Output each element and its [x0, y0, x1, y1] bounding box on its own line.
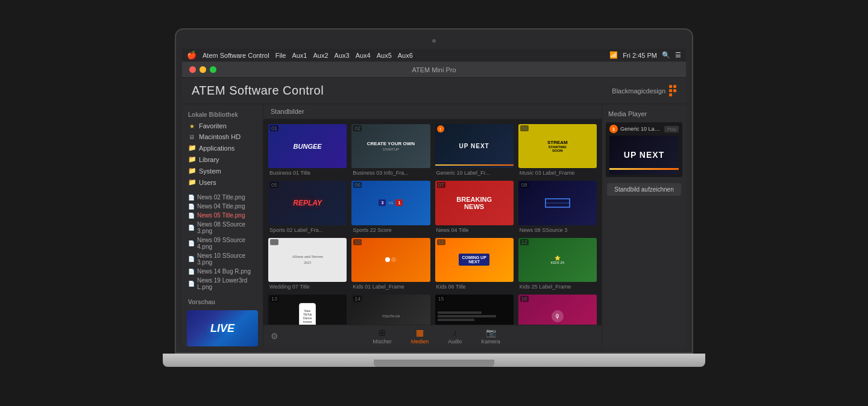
sidebar-item-system[interactable]: 📁 System — [182, 165, 263, 176]
app-window: ATEM Mini Pro ATEM Software Control Blac… — [182, 62, 686, 346]
audio-icon: ♪ — [453, 328, 457, 337]
apple-menu[interactable]: 🍎 — [187, 51, 197, 60]
title-bar: ATEM Mini Pro — [182, 62, 686, 78]
file-icon-4: 📄 — [188, 240, 195, 246]
minimize-button[interactable] — [200, 66, 206, 73]
file-icon-6: 📄 — [188, 269, 195, 275]
hdd-icon: 🖥 — [188, 134, 195, 140]
media-slot: 1 Generic 10 Label_Frame Play UP NEXT — [606, 122, 682, 177]
media-play-btn[interactable]: Play — [664, 126, 679, 133]
upnext-preview-text: UP NEXT — [624, 150, 664, 160]
sidebar-item-users[interactable]: 📁 Users — [182, 176, 263, 188]
media-slot-badge: 1 — [609, 125, 618, 133]
folder-icon-users: 📁 — [188, 178, 195, 186]
bmd-logo-text: Blackmagicdesign — [612, 87, 665, 95]
thumb-cell-12[interactable]: New TikTok Dance moves 13 Youth 13 Label… — [268, 295, 347, 325]
laptop-outer: 🍎 Atem Software Control File Aux1 Aux2 A… — [163, 28, 705, 378]
bmd-dot-2 — [673, 85, 676, 88]
folder-icon-system: 📁 — [188, 167, 195, 175]
sidebar-item-macintosh[interactable]: 🖥 Macintosh HD — [182, 131, 263, 142]
search-menubar-icon[interactable]: 🔍 — [662, 51, 670, 59]
sidebar: Lokale Bibliothek ★ Favoriten 🖥 Macintos… — [182, 104, 263, 346]
tab-mischer[interactable]: ⊞ Mischer — [373, 328, 392, 345]
thumb-cell-3[interactable]: STREAM STARTING SOON 04 Music 03 Label_F… — [518, 124, 597, 176]
media-player-title: Media Player — [602, 108, 686, 122]
file-item-4[interactable]: 📄 News 09 SSource 4.png — [184, 236, 260, 251]
thumb-cell-1[interactable]: CREATE YOUR OWN STARTUP 02 Business 03 I… — [351, 124, 430, 176]
stills-section-title: Standbilder — [263, 104, 602, 119]
center-content: Standbilder BUNGEE 01 Business 01 Title — [263, 104, 602, 346]
sidebar-section-title: Lokale Bibliothek — [182, 109, 263, 120]
thumb-cell-13[interactable]: YOUTH 04 14 Youth 04 Label_Frame — [351, 295, 430, 325]
main-layout: Lokale Bibliothek ★ Favoriten 🖥 Macintos… — [182, 104, 686, 346]
sidebar-item-favoriten[interactable]: ★ Favoriten — [182, 120, 263, 131]
app-menu-name[interactable]: Atem Software Control — [203, 52, 269, 59]
sidebar-item-library[interactable]: 📁 Library — [182, 154, 263, 165]
mischer-icon: ⊞ — [379, 328, 386, 337]
preview-thumbnail: LIVE — [187, 310, 258, 346]
thumb-cell-11[interactable]: ⭐ KIDS 25 12 Kids 25 Label_Frame — [518, 238, 597, 290]
sidebar-label-library: Library — [199, 156, 219, 163]
file-item-5[interactable]: 📄 News 10 SSource 3.png — [184, 251, 260, 267]
thumb-cell-6[interactable]: BREAKING NEWS 07 News 04 Title — [435, 181, 514, 233]
thumb-cell-0[interactable]: BUNGEE 01 Business 01 Title — [268, 124, 347, 176]
bottom-toolbar: ⚙ ⊞ Mischer ▦ Medien — [263, 325, 602, 346]
bmd-dot-6 — [673, 93, 676, 96]
menu-bar: 🍎 Atem Software Control File Aux1 Aux2 A… — [182, 49, 686, 62]
sidebar-label-users: Users — [199, 179, 216, 186]
file-item-3[interactable]: 📄 News 08 SSource 3.png — [184, 220, 260, 236]
maximize-button[interactable] — [210, 66, 216, 73]
folder-icon-applications: 📁 — [188, 144, 195, 152]
file-icon-2: 📄 — [188, 213, 195, 219]
menu-aux6[interactable]: Aux6 — [398, 52, 413, 59]
menu-aux4[interactable]: Aux4 — [356, 52, 371, 59]
sidebar-label-favoriten: Favoriten — [199, 122, 227, 130]
file-item-0[interactable]: 📄 News 02 Title.png — [184, 193, 260, 202]
preview-live-text: LIVE — [210, 322, 234, 335]
thumb-cell-2[interactable]: UP NEXT ! Generic 10 Label_Fr... — [435, 124, 514, 176]
thumbnail-grid: BUNGEE 01 Business 01 Title CREATE YOUR … — [263, 119, 602, 325]
right-panel: Media Player 1 Generic 10 Label_Frame Pl… — [602, 104, 686, 346]
file-item-1[interactable]: 📄 News 04 Title.png — [184, 202, 260, 211]
file-icon-1: 📄 — [188, 204, 195, 210]
tab-medien-label: Medien — [411, 339, 429, 345]
menu-file[interactable]: File — [275, 52, 286, 59]
menu-aux1[interactable]: Aux1 — [292, 52, 307, 59]
tab-kamera-label: Kamera — [481, 339, 500, 345]
thumb-cell-4[interactable]: REPLAY 05 Sports 02 Label_Fra... — [268, 181, 347, 233]
tab-medien[interactable]: ▦ Medien — [411, 328, 429, 345]
camera — [432, 39, 436, 43]
tab-audio[interactable]: ♪ Audio — [448, 328, 462, 345]
file-item-6[interactable]: 📄 News 14 Bug R.png — [184, 267, 260, 276]
thumb-cell-8[interactable]: Alison and Steven 2023 09 Wedding 07 Tit… — [268, 238, 347, 290]
gear-icon[interactable]: ⚙ — [271, 331, 278, 341]
thumb-cell-5[interactable]: 3 VS 1 06 Sports 22 Score — [351, 181, 430, 233]
menu-toggle-icon[interactable]: ☰ — [675, 51, 681, 59]
media-preview: UP NEXT — [609, 136, 679, 175]
tab-audio-label: Audio — [448, 339, 462, 345]
screen-bezel: 🍎 Atem Software Control File Aux1 Aux2 A… — [175, 28, 693, 354]
file-item-7[interactable]: 📄 News 19 Lower3rd L.png — [184, 276, 260, 292]
bmd-dot-4 — [673, 89, 676, 92]
sidebar-label-system: System — [199, 167, 221, 175]
tab-kamera[interactable]: 📷 Kamera — [481, 328, 500, 345]
thumb-cell-7[interactable]: 08 News 08 SSource 3 — [518, 181, 597, 233]
file-icon-3: 📄 — [188, 225, 195, 231]
thumb-cell-9[interactable]: 10 Kids 01 Label_Frame — [351, 238, 430, 290]
thumb-cell-10[interactable]: COMING UP NEXT 11 Kids 06 Title — [435, 238, 514, 290]
file-icon-7: 📄 — [188, 281, 195, 287]
bmd-logo: Blackmagicdesign — [612, 85, 676, 96]
close-button[interactable] — [189, 66, 196, 73]
app-header: ATEM Software Control Blackmagicdesign — [182, 78, 686, 104]
sidebar-item-applications[interactable]: 📁 Applications — [182, 142, 263, 154]
menu-aux5[interactable]: Aux5 — [377, 52, 392, 59]
file-item-2[interactable]: 📄 News 05 Title.png — [184, 211, 260, 220]
bmd-dot-1 — [669, 85, 672, 88]
thumb-cell-15[interactable]: 🎙 16 Podcast 50 SSource 2 — [518, 295, 597, 325]
kamera-icon: 📷 — [486, 328, 496, 337]
standbild-button[interactable]: Standbild aufzeichnen — [607, 183, 681, 196]
thumb-cell-14[interactable]: 15 Podcast 47 Bug L — [435, 295, 514, 325]
menu-aux2[interactable]: Aux2 — [313, 52, 328, 59]
sidebar-label-macintosh: Macintosh HD — [199, 133, 241, 140]
menu-aux3[interactable]: Aux3 — [335, 52, 350, 59]
